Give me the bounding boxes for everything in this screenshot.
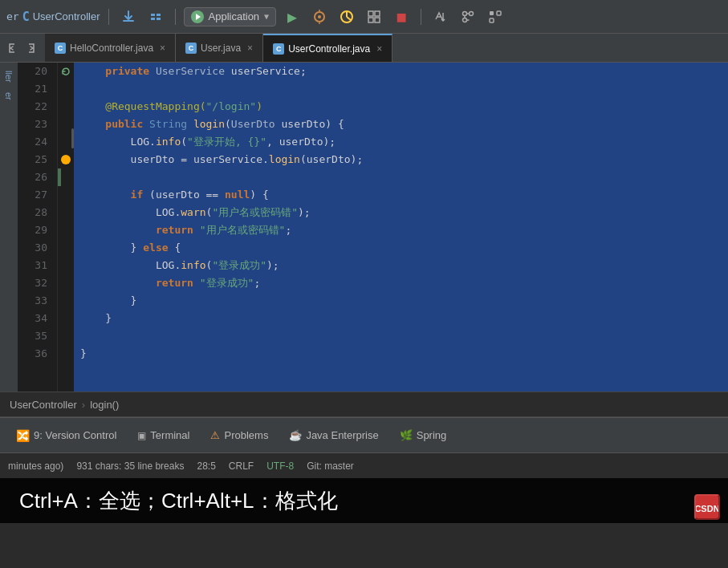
stop-button[interactable]: ■ <box>390 6 413 28</box>
code-line-21 <box>80 80 722 98</box>
nav-back-label: er <box>6 10 19 22</box>
line-num-31: 31 <box>24 257 47 274</box>
tab-spring[interactable]: 🌿 Spring <box>390 424 457 446</box>
svg-rect-3 <box>157 18 161 20</box>
tab-user[interactable]: C User.java × <box>176 34 263 62</box>
tab-label-problems: Problems <box>224 429 268 441</box>
code-line-32: return "登录成功"; <box>80 274 722 292</box>
svg-rect-0 <box>151 14 155 16</box>
debug-button[interactable] <box>308 6 331 28</box>
csdn-logo-shape: CSDN <box>694 494 720 520</box>
gutter <box>58 63 74 392</box>
svg-rect-11 <box>368 11 373 16</box>
status-charset: UTF-8 <box>266 460 294 472</box>
main-toolbar: er C UserController Application ▼ ▶ <box>0 0 728 34</box>
spring-icon: 🌿 <box>400 429 413 441</box>
code-line-34: } <box>80 310 722 327</box>
tab-close-usercontroller[interactable]: × <box>376 43 382 55</box>
code-line-36: } <box>80 345 722 363</box>
svg-point-16 <box>470 11 474 15</box>
line-num-24: 24 <box>24 133 47 151</box>
tab-nav-left[interactable] <box>3 39 21 57</box>
line-numbers: 20 21 22 23 24 25 26 27 28 29 30 31 32 3… <box>18 63 58 392</box>
breadcrumb-class: UserController <box>10 399 77 411</box>
toolbar-sep-1 <box>108 9 109 25</box>
status-encoding: CRLF <box>229 460 254 472</box>
run-config-dropdown[interactable]: Application ▼ <box>184 7 277 26</box>
line-num-30: 30 <box>24 239 47 257</box>
tab-label-version-control: 9: Version Control <box>34 429 116 441</box>
sidebar-label-ller[interactable]: ller <box>2 69 15 84</box>
chevron-down-icon: ▼ <box>264 12 269 21</box>
tab-close-hello[interactable]: × <box>160 43 165 54</box>
tab-nav-right[interactable] <box>22 39 40 57</box>
tools-button[interactable] <box>429 6 452 28</box>
line-num-34: 34 <box>24 310 47 327</box>
problems-icon: ⚠ <box>210 429 220 441</box>
tab-java-enterprise[interactable]: ☕ Java Enterprise <box>279 424 388 446</box>
code-line-35 <box>80 327 722 345</box>
breadcrumb-nav: er C UserController <box>6 10 100 24</box>
left-sidebar: ller er <box>0 63 18 392</box>
svg-rect-18 <box>490 11 494 15</box>
line-num-33: 33 <box>24 292 47 310</box>
code-editor[interactable]: private UserService userService; @Reques… <box>74 63 728 392</box>
gutter-reload-icon <box>59 63 72 80</box>
status-chars: 931 chars: 35 line breaks <box>76 460 184 472</box>
code-line-23: public String login(UserDto userDto) { <box>80 116 722 133</box>
code-line-31: LOG.info("登录成功"); <box>80 257 722 274</box>
tab-terminal[interactable]: ▣ Terminal <box>128 424 199 446</box>
coverage-button[interactable] <box>336 6 358 28</box>
tab-version-control[interactable]: 🔀 9: Version Control <box>6 424 126 447</box>
java-enterprise-icon: ☕ <box>289 429 302 441</box>
vcs-button[interactable] <box>457 6 479 28</box>
line-num-20: 20 <box>24 63 47 80</box>
code-line-22: @RequestMapping("/login") <box>80 98 722 116</box>
editor-tabs: C HelloController.java × C User.java × C… <box>0 34 728 63</box>
breakpoint-marker <box>60 151 71 168</box>
tab-usercontroller[interactable]: C UserController.java × <box>263 34 392 62</box>
code-line-20: private UserService userService; <box>80 63 722 80</box>
tab-close-user[interactable]: × <box>247 43 253 54</box>
toolbar-sep-2 <box>175 9 176 25</box>
svg-point-5 <box>318 15 321 18</box>
tab-label-usercontroller: UserController.java <box>288 43 370 55</box>
svg-text:CSDN: CSDN <box>696 504 718 513</box>
tab-problems[interactable]: ⚠ Problems <box>201 424 278 446</box>
svg-rect-12 <box>375 11 380 16</box>
svg-point-15 <box>463 11 467 15</box>
tab-label-user: User.java <box>201 43 241 54</box>
tab-icon-user: C <box>185 43 197 54</box>
tab-hello-controller[interactable]: C HelloController.java × <box>45 34 176 62</box>
code-line-24: LOG.info("登录开始, {}", userDto); <box>80 133 722 151</box>
svg-rect-2 <box>151 18 155 20</box>
code-line-25: userDto = userService.login(userDto); <box>80 151 722 168</box>
sync-btn[interactable] <box>144 6 167 28</box>
line-num-35: 35 <box>24 327 47 345</box>
structure-button[interactable] <box>484 6 506 28</box>
class-icon: C <box>22 10 30 24</box>
svg-line-10 <box>347 17 351 20</box>
svg-rect-20 <box>490 18 494 22</box>
line-num-25: 25 <box>24 151 47 168</box>
sidebar-label-er[interactable]: er <box>2 91 15 102</box>
line-num-27: 27 <box>24 186 47 204</box>
profiler-button[interactable] <box>363 6 385 28</box>
line-num-28: 28 <box>24 204 47 221</box>
line-num-36: 36 <box>24 345 47 363</box>
line-num-22: 22 <box>24 98 47 116</box>
code-line-27: if (userDto == null) { <box>80 186 722 204</box>
csdn-logo: CSDN <box>694 494 720 520</box>
tab-label-terminal: Terminal <box>150 429 189 441</box>
status-time-ago: minutes ago) <box>8 460 63 472</box>
editor-container: ller er 20 21 22 23 24 25 26 27 28 29 30… <box>0 63 728 392</box>
tab-label-java-enterprise: Java Enterprise <box>306 429 378 441</box>
run-button[interactable]: ▶ <box>281 6 303 28</box>
svg-point-17 <box>463 18 467 22</box>
download-btn[interactable] <box>117 6 140 28</box>
line-num-21: 21 <box>24 80 47 98</box>
code-line-29: return "用户名或密码错"; <box>80 221 722 239</box>
code-line-26 <box>80 168 722 186</box>
overlay-text: Ctrl+A：全选；Ctrl+Alt+L：格式化 <box>19 487 338 515</box>
svg-rect-19 <box>497 11 501 15</box>
